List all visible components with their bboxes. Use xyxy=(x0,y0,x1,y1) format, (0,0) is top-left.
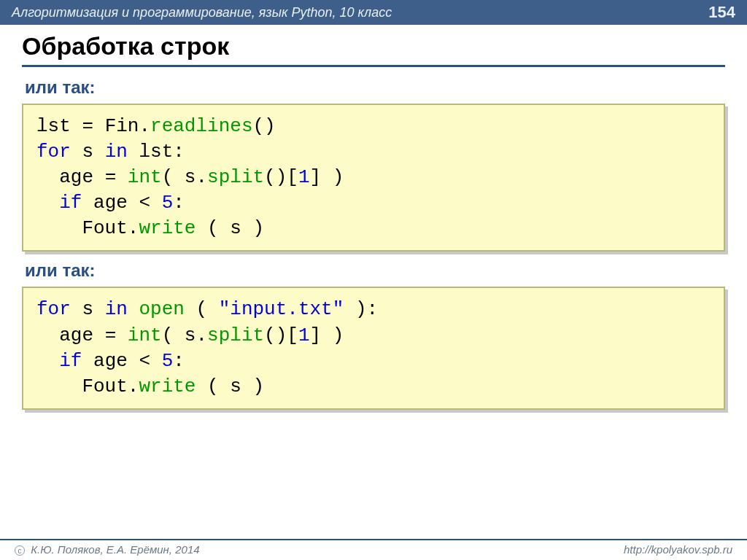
copyright-text: c К.Ю. Поляков, Е.А. Ерёмин, 2014 xyxy=(15,543,200,556)
subheading-1: или так: xyxy=(25,77,725,98)
slide-content: Обработка строк или так: lst = Fin.readl… xyxy=(0,25,747,410)
footer-url: http://kpolyakov.spb.ru xyxy=(624,543,732,556)
course-title: Алгоритмизация и программирование, язык … xyxy=(12,5,392,20)
footer-bar: c К.Ю. Поляков, Е.А. Ерёмин, 2014 http:/… xyxy=(0,539,747,560)
code-block-2: for s in open ( "input.txt" ): age = int… xyxy=(22,287,725,409)
page-number: 154 xyxy=(708,3,735,22)
subheading-2: или так: xyxy=(25,260,725,281)
header-bar: Алгоритмизация и программирование, язык … xyxy=(0,0,747,25)
copyright-icon: c xyxy=(15,545,25,556)
slide-title: Обработка строк xyxy=(22,32,725,67)
code-block-1: lst = Fin.readlines() for s in lst: age … xyxy=(22,104,725,252)
